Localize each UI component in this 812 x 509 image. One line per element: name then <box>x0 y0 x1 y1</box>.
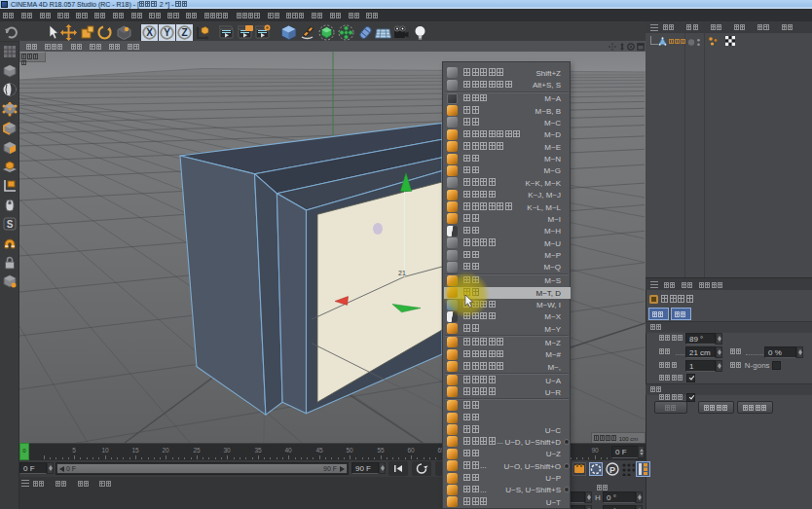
svg-text:S: S <box>7 219 14 230</box>
svg-text:Y: Y <box>164 27 170 38</box>
svg-text:Z: Z <box>181 27 187 38</box>
svg-text:21: 21 <box>398 270 406 276</box>
svg-text:X: X <box>146 27 153 38</box>
svg-text:P: P <box>609 465 615 475</box>
